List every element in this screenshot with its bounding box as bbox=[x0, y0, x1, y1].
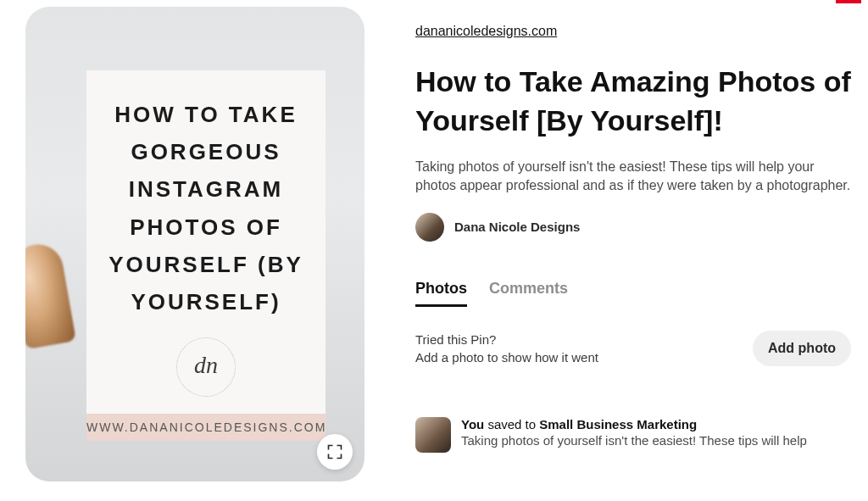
saved-you: You bbox=[461, 417, 484, 431]
saved-line: You saved to Small Business Marketing bbox=[461, 417, 807, 431]
pin-details: dananicoledesigns.com How to Take Amazin… bbox=[415, 7, 851, 482]
pin-description: Taking photos of yourself isn't the easi… bbox=[415, 158, 851, 196]
prop-decoration bbox=[25, 241, 76, 350]
pin-image[interactable]: HOW TO TAKE GORGEOUS INSTAGRAM PHOTOS OF… bbox=[25, 7, 364, 482]
add-photo-button[interactable]: Add photo bbox=[753, 331, 851, 366]
brand-accent bbox=[836, 0, 861, 3]
tab-photos[interactable]: Photos bbox=[415, 280, 467, 307]
saved-board[interactable]: Small Business Marketing bbox=[539, 417, 697, 431]
logo-text: dn bbox=[194, 353, 218, 380]
expand-icon bbox=[326, 443, 343, 460]
zoom-button[interactable] bbox=[317, 434, 353, 470]
tried-line2: Add a photo to show how it went bbox=[415, 348, 598, 366]
pin-card-title: HOW TO TAKE GORGEOUS INSTAGRAM PHOTOS OF… bbox=[102, 96, 310, 320]
tried-text: Tried this Pin? Add a photo to show how … bbox=[415, 331, 598, 366]
pin-card-logo: dn bbox=[176, 337, 236, 397]
author-row[interactable]: Dana Nicole Designs bbox=[415, 213, 851, 242]
pin-card: HOW TO TAKE GORGEOUS INSTAGRAM PHOTOS OF… bbox=[86, 70, 326, 414]
saved-thumbnail bbox=[415, 417, 451, 453]
saved-desc: Taking photos of yourself isn't the easi… bbox=[461, 431, 807, 449]
avatar bbox=[415, 213, 444, 242]
pin-card-footer: WWW.DANANICOLEDESIGNS.COM bbox=[86, 414, 326, 441]
source-link[interactable]: dananicoledesigns.com bbox=[415, 24, 557, 39]
tab-comments[interactable]: Comments bbox=[489, 280, 568, 307]
tabs: Photos Comments bbox=[415, 280, 851, 307]
saved-section: You saved to Small Business Marketing Ta… bbox=[415, 417, 851, 453]
author-name: Dana Nicole Designs bbox=[454, 220, 580, 234]
saved-mid: saved to bbox=[484, 417, 539, 431]
tried-line1: Tried this Pin? bbox=[415, 331, 598, 348]
pin-title: How to Take Amazing Photos of Yourself [… bbox=[415, 63, 851, 141]
tried-section: Tried this Pin? Add a photo to show how … bbox=[415, 331, 851, 366]
